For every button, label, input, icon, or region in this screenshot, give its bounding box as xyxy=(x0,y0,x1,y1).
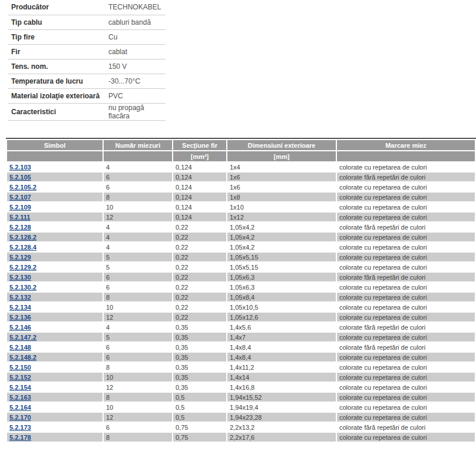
cell-marking: colorate cu repetarea de culori xyxy=(337,203,475,211)
spec-value: Cu xyxy=(108,29,166,44)
symbol-link[interactable]: 5.2.163 xyxy=(9,394,31,401)
spec-label: Tip cablu xyxy=(8,15,108,29)
cell-marking: colorate cu repetarea de culori xyxy=(337,383,475,392)
cell-cores: 8 xyxy=(104,433,172,442)
symbol-link[interactable]: 5.2.105 xyxy=(9,174,31,181)
cell-symbol: 5.2.173 xyxy=(7,423,103,432)
cell-cores: 8 xyxy=(104,193,172,201)
cell-marking: colorate cu repetarea de culori xyxy=(337,183,475,191)
cell-dimensions: 1,05x4,2 xyxy=(227,233,336,241)
cell-symbol: 5.2.103 xyxy=(7,162,103,171)
cable-row: 5.2.148 6 0,35 1,4x8,4 colorate fără rep… xyxy=(7,343,475,351)
cell-symbol: 5.2.128.4 xyxy=(7,243,103,251)
symbol-link[interactable]: 5.2.136 xyxy=(9,314,31,321)
cell-section: 0,22 xyxy=(173,223,226,231)
cable-row: 5.2.103 4 0,124 1x4 colorate cu repetare… xyxy=(7,162,475,171)
cell-section: 0,5 xyxy=(173,413,226,422)
cell-dimensions: 2,2x13,2 xyxy=(227,423,336,432)
symbol-link[interactable]: 5.2.173 xyxy=(9,424,31,431)
cell-section: 0,124 xyxy=(173,203,226,211)
cell-marking: colorate cu repetarea de culori xyxy=(337,233,475,241)
cell-cores: 4 xyxy=(104,162,172,171)
cell-cores: 8 xyxy=(104,363,172,372)
symbol-link[interactable]: 5.2.129 xyxy=(9,254,31,261)
cell-symbol: 5.2.164 xyxy=(7,403,103,412)
cell-marking: colorate cu repetarea de culori xyxy=(337,353,475,361)
cell-cores: 12 xyxy=(104,383,172,392)
symbol-link[interactable]: 5.2.128.2 xyxy=(9,234,37,241)
symbol-link[interactable]: 5.2.147.2 xyxy=(9,334,37,341)
symbol-link[interactable]: 5.2.148 xyxy=(9,344,31,351)
cell-symbol: 5.2.111 xyxy=(7,213,103,221)
cell-marking: colorate cu repetarea de culori xyxy=(337,253,475,261)
spec-value: TECHNOKABEL xyxy=(108,0,166,15)
cell-cores: 8 xyxy=(104,393,172,402)
cell-section: 0,35 xyxy=(173,343,226,351)
cable-row: 5.2.111 12 0,124 1x12 colorate cu repeta… xyxy=(7,213,475,221)
cell-section: 0,35 xyxy=(173,373,226,382)
cable-row: 5.2.136 12 0,22 1,05x12,6 colorate cu re… xyxy=(7,313,475,321)
cable-row: 5.2.128.2 4 0,22 1,05x4,2 colorate cu re… xyxy=(7,233,475,241)
symbol-link[interactable]: 5.2.178 xyxy=(9,434,31,441)
cell-dimensions: 1,4x16,8 xyxy=(227,383,336,392)
cell-section: 0,124 xyxy=(173,162,226,171)
cell-symbol: 5.2.146 xyxy=(7,323,103,331)
cell-section: 0,5 xyxy=(173,393,226,402)
cell-section: 0,124 xyxy=(173,183,226,191)
symbol-link[interactable]: 5.2.129.2 xyxy=(9,264,37,271)
cell-dimensions: 1,4x8,4 xyxy=(227,343,336,351)
symbol-link[interactable]: 5.2.130.2 xyxy=(9,284,37,291)
symbol-link[interactable]: 5.2.164 xyxy=(9,404,31,411)
spec-label: Temperatura de lucru xyxy=(8,74,108,88)
cable-table: Simbol Număr miezuri Secţiune fir Dimens… xyxy=(6,138,476,443)
symbol-link[interactable]: 5.2.150 xyxy=(9,364,31,371)
cell-dimensions: 2,2x17,6 xyxy=(227,433,336,442)
cell-dimensions: 1x8 xyxy=(227,193,336,201)
symbol-link[interactable]: 5.2.132 xyxy=(9,294,31,301)
cell-marking: colorate cu repetarea de culori xyxy=(337,263,475,271)
symbol-link[interactable]: 5.2.103 xyxy=(9,164,31,171)
cable-row: 5.2.129 5 0,22 1,05x5,15 colorate cu rep… xyxy=(7,253,475,261)
cell-cores: 6 xyxy=(104,283,172,291)
symbol-link[interactable]: 5.2.107 xyxy=(9,194,31,201)
cell-cores: 10 xyxy=(104,303,172,311)
symbol-link[interactable]: 5.2.134 xyxy=(9,304,31,311)
cell-symbol: 5.2.154 xyxy=(7,383,103,392)
cable-row: 5.2.109 10 0,124 1x10 colorate cu repeta… xyxy=(7,203,475,211)
symbol-link[interactable]: 5.2.109 xyxy=(9,204,31,211)
cell-marking: colorate cu repetarea de culori xyxy=(337,283,475,291)
cell-dimensions: 1,4x7 xyxy=(227,333,336,341)
symbol-link[interactable]: 5.2.130 xyxy=(9,274,31,281)
symbol-link[interactable]: 5.2.148.2 xyxy=(9,354,37,361)
cell-marking: colorate cu repetarea de culori xyxy=(337,193,475,201)
cell-cores: 5 xyxy=(104,253,172,261)
symbol-link[interactable]: 5.2.152 xyxy=(9,374,31,381)
spec-row: Material izolaţie exterioară PVC xyxy=(8,88,166,103)
symbol-link[interactable]: 5.2.170 xyxy=(9,414,31,421)
cell-symbol: 5.2.150 xyxy=(7,363,103,372)
spec-row: Caracteristici nu propagă flacăra xyxy=(8,103,166,120)
cell-symbol: 5.2.152 xyxy=(7,373,103,382)
cell-section: 0,35 xyxy=(173,333,226,341)
symbol-link[interactable]: 5.2.111 xyxy=(9,214,31,221)
cell-section: 0,75 xyxy=(173,433,226,442)
cell-symbol: 5.2.136 xyxy=(7,313,103,321)
cell-marking: colorate fără repetări de culori xyxy=(337,343,475,351)
spec-row: Tens. nom. 150 V xyxy=(8,59,166,74)
symbol-link[interactable]: 5.2.128.4 xyxy=(9,244,37,251)
spec-value: nu propagă flacăra xyxy=(108,103,166,120)
cell-section: 0,35 xyxy=(173,353,226,361)
cell-cores: 10 xyxy=(104,203,172,211)
cell-marking: colorate cu repetarea de culori xyxy=(337,403,475,412)
cell-cores: 6 xyxy=(104,343,172,351)
symbol-link[interactable]: 5.2.146 xyxy=(9,324,31,331)
symbol-link[interactable]: 5.2.105.2 xyxy=(9,184,37,191)
cable-row: 5.2.150 8 0,35 1,4x11,2 colorate cu repe… xyxy=(7,363,475,372)
cable-table-body: 5.2.103 4 0,124 1x4 colorate cu repetare… xyxy=(7,162,475,442)
symbol-link[interactable]: 5.2.154 xyxy=(9,384,31,391)
cell-section: 0,22 xyxy=(173,273,226,281)
cable-row: 5.2.148.2 6 0,35 1,4x8,4 colorate cu rep… xyxy=(7,353,475,361)
cell-marking: colorate fără repetări de culori xyxy=(337,223,475,231)
symbol-link[interactable]: 5.2.128 xyxy=(9,224,31,231)
cell-marking: colorate cu repetarea de culori xyxy=(337,393,475,402)
